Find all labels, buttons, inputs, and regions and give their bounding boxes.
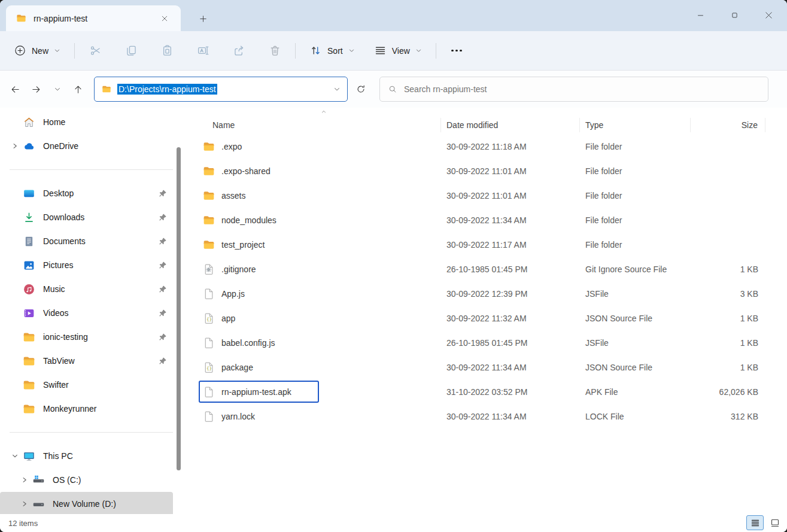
sidebar-item-onedrive[interactable]: OneDrive [0,134,183,158]
column-header-size[interactable]: Size [691,118,765,132]
sidebar-item-this-pc[interactable]: This PC [0,444,183,468]
clipboard-group [83,39,287,63]
column-header-date-modified[interactable]: Date modified [441,118,580,132]
sidebar-item-documents[interactable]: Documents [0,229,183,253]
file-row[interactable]: App.js 30-09-2022 12:39 PM JSFile 3 KB [199,281,787,306]
file-row-selected[interactable]: rn-appium-test.apk 31-10-2022 03:52 PM A… [199,379,787,404]
details-view-button[interactable] [746,515,764,530]
sidebar-scrollbar-thumb[interactable] [177,147,181,470]
new-tab-button[interactable] [192,9,214,28]
more-options-button[interactable] [445,39,469,63]
up-button[interactable] [68,79,89,99]
delete-button[interactable] [263,39,287,63]
pin-icon [158,213,167,222]
file-row[interactable]: yarn.lock 30-09-2022 11:34 AM LOCK File … [199,404,787,428]
sort-label: Sort [327,46,343,56]
sort-button[interactable]: Sort [304,39,360,63]
view-lines-icon [374,44,387,57]
chevron-down-icon[interactable] [333,86,341,93]
address-bar[interactable]: D:\Projects\rn-appium-test [94,77,348,102]
collapse-chevron[interactable] [7,444,23,468]
sidebar-item-ionic-testing[interactable]: ionic-testing [0,325,183,349]
file-icon [203,288,215,300]
column-header-type[interactable]: Type [580,118,691,132]
pin-icon [158,261,167,270]
search-box[interactable] [379,77,768,102]
paste-button[interactable] [155,39,179,63]
file-row[interactable]: .expo 30-09-2022 11:18 AM File folder [199,134,787,159]
sidebar-item-pictures[interactable]: Pictures [0,253,183,277]
sidebar-item-downloads[interactable]: Downloads [0,205,183,229]
file-name: rn-appium-test.apk [221,387,291,397]
maximize-button[interactable] [718,0,752,30]
refresh-button[interactable] [350,78,372,101]
sidebar-item-music[interactable]: Music [0,277,183,301]
minimize-button[interactable] [683,0,718,30]
copy-button[interactable] [119,39,143,63]
tab-close-button[interactable] [156,10,173,27]
selected-file-namebox[interactable]: rn-appium-test.apk [199,381,319,403]
sidebar-item-label: New Volume (D:) [53,499,116,509]
search-input[interactable] [404,84,760,94]
new-button[interactable]: New [8,39,66,63]
folder-icon [203,141,215,153]
file-row[interactable]: node_modules 30-09-2022 11:34 AM File fo… [199,208,787,232]
recent-locations-button[interactable] [47,79,68,99]
this-pc-icon [23,450,35,463]
file-name: package [221,363,253,372]
pin-icon [158,285,167,294]
file-size: 1 KB [691,265,765,274]
sidebar-item-swifter[interactable]: Swifter [0,373,183,397]
column-header-row: Name Date modified Type Size [199,108,787,134]
folder-icon [203,214,215,226]
sidebar-item-videos[interactable]: Videos [0,301,183,325]
sidebar-item-desktop[interactable]: Desktop [0,181,183,205]
address-path-selected-text: D:\Projects\rn-appium-test [117,84,217,95]
pin-icon [158,309,167,318]
view-label: View [392,46,410,56]
file-type: Git Ignore Source File [580,265,691,274]
sidebar-item-new-volume-d[interactable]: New Volume (D:) [0,492,173,514]
file-row[interactable]: app 30-09-2022 11:32 AM JSON Source File… [199,306,787,330]
plus-icon [199,14,208,23]
file-name: .expo-shared [221,166,271,176]
file-row[interactable]: .gitignore 26-10-1985 01:45 PM Git Ignor… [199,257,787,281]
close-window-button[interactable] [752,0,786,30]
view-button[interactable]: View [369,39,427,63]
sidebar-item-monkeyrunner[interactable]: Monkeyrunner [0,397,183,421]
toolbar-separator [74,43,75,59]
rename-button[interactable] [191,39,215,63]
forward-button[interactable] [26,79,47,99]
title-bar: rn-appium-test [0,0,787,31]
sidebar-item-os-c[interactable]: OS (C:) [0,468,183,492]
desktop-monitor-icon [23,187,35,200]
sidebar-item-tabview[interactable]: TabView [0,349,183,373]
column-header-name[interactable]: Name [199,118,441,132]
file-row[interactable]: babel.config.js 26-10-1985 01:45 PM JSFi… [199,330,787,355]
pin-icon [158,189,167,198]
expand-chevron[interactable] [17,492,32,514]
file-row[interactable]: package 30-09-2022 11:34 AM JSON Source … [199,355,787,379]
file-type: JSON Source File [580,363,691,372]
share-button[interactable] [227,39,251,63]
expand-chevron[interactable] [17,468,32,492]
file-row[interactable]: test_project 30-09-2022 11:17 AM File fo… [199,232,787,257]
cut-button[interactable] [83,39,107,63]
file-row[interactable]: .expo-shared 30-09-2022 11:01 AM File fo… [199,159,787,183]
tab-title: rn-appium-test [34,14,150,23]
folder-icon [23,331,35,343]
large-icons-view-button[interactable] [766,515,783,530]
file-name: test_project [221,240,265,250]
expand-chevron[interactable] [7,134,23,158]
file-row[interactable]: assets 30-09-2022 11:01 AM File folder [199,183,787,208]
file-type: File folder [580,215,691,225]
view-toggles [746,515,783,530]
sidebar-item-home[interactable]: Home [0,110,183,134]
folder-icon [101,84,112,94]
chevron-spacer [7,397,23,421]
toolbar-separator [436,43,436,59]
explorer-tab[interactable]: rn-appium-test [6,5,181,31]
sidebar-item-label: Desktop [43,189,74,198]
back-button[interactable] [5,79,26,99]
toolbar-separator [295,43,296,59]
